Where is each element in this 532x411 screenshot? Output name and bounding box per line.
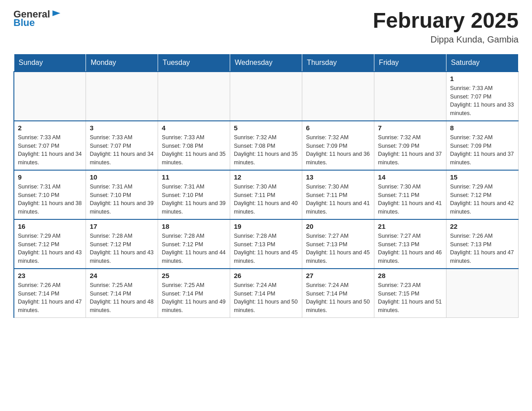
day-sun-info: Sunrise: 7:32 AM Sunset: 7:09 PM Dayligh…: [450, 133, 515, 167]
weekday-header-sunday: Sunday: [14, 54, 86, 72]
day-number: 27: [306, 272, 370, 279]
calendar-day-cell: 9Sunrise: 7:31 AM Sunset: 7:10 PM Daylig…: [14, 170, 86, 219]
calendar-day-cell: 19Sunrise: 7:28 AM Sunset: 7:13 PM Dayli…: [230, 219, 302, 269]
calendar-day-cell: 6Sunrise: 7:32 AM Sunset: 7:09 PM Daylig…: [302, 121, 374, 170]
day-sun-info: Sunrise: 7:29 AM Sunset: 7:12 PM Dayligh…: [18, 232, 82, 265]
calendar-day-cell: 20Sunrise: 7:27 AM Sunset: 7:13 PM Dayli…: [302, 219, 374, 269]
day-sun-info: Sunrise: 7:31 AM Sunset: 7:10 PM Dayligh…: [162, 183, 226, 216]
calendar-week-row: 16Sunrise: 7:29 AM Sunset: 7:12 PM Dayli…: [14, 219, 519, 269]
calendar-day-cell: 24Sunrise: 7:25 AM Sunset: 7:14 PM Dayli…: [86, 269, 158, 318]
location-subtitle: Dippa Kunda, Gambia: [373, 34, 519, 45]
day-number: 3: [90, 124, 154, 132]
calendar-day-cell: 14Sunrise: 7:30 AM Sunset: 7:11 PM Dayli…: [374, 170, 446, 219]
weekday-header-row: SundayMondayTuesdayWednesdayThursdayFrid…: [14, 54, 519, 72]
logo-wordmark: General Blue: [13, 9, 62, 28]
calendar-day-cell: 2Sunrise: 7:33 AM Sunset: 7:07 PM Daylig…: [14, 121, 86, 170]
day-number: 16: [18, 223, 82, 230]
calendar-week-row: 9Sunrise: 7:31 AM Sunset: 7:10 PM Daylig…: [14, 170, 519, 219]
calendar-day-cell: 23Sunrise: 7:26 AM Sunset: 7:14 PM Dayli…: [14, 269, 86, 318]
day-number: 19: [234, 223, 298, 230]
day-number: 15: [450, 173, 515, 181]
calendar-day-cell: 26Sunrise: 7:24 AM Sunset: 7:14 PM Dayli…: [230, 269, 302, 318]
calendar-day-cell: 17Sunrise: 7:28 AM Sunset: 7:12 PM Dayli…: [86, 219, 158, 269]
day-number: 24: [90, 272, 154, 279]
day-number: 6: [306, 124, 370, 132]
calendar-day-cell: 21Sunrise: 7:27 AM Sunset: 7:13 PM Dayli…: [374, 219, 446, 269]
day-sun-info: Sunrise: 7:33 AM Sunset: 7:07 PM Dayligh…: [450, 84, 515, 118]
logo: General Blue: [13, 9, 62, 28]
calendar-day-cell: 12Sunrise: 7:30 AM Sunset: 7:11 PM Dayli…: [230, 170, 302, 219]
day-number: 5: [234, 124, 298, 132]
month-year-title: February 2025: [373, 9, 519, 33]
day-number: 26: [234, 272, 298, 279]
day-number: 23: [18, 272, 82, 279]
day-number: 18: [162, 223, 226, 230]
day-number: 25: [162, 272, 226, 279]
weekday-header-friday: Friday: [374, 54, 446, 72]
day-number: 8: [450, 124, 515, 132]
day-number: 13: [306, 173, 370, 181]
calendar-day-cell: [230, 72, 302, 121]
day-number: 21: [378, 223, 442, 230]
day-sun-info: Sunrise: 7:23 AM Sunset: 7:15 PM Dayligh…: [378, 281, 442, 315]
calendar-day-cell: 8Sunrise: 7:32 AM Sunset: 7:09 PM Daylig…: [446, 121, 519, 170]
calendar-day-cell: 27Sunrise: 7:24 AM Sunset: 7:14 PM Dayli…: [302, 269, 374, 318]
day-number: 20: [306, 223, 370, 230]
day-sun-info: Sunrise: 7:28 AM Sunset: 7:12 PM Dayligh…: [162, 232, 226, 265]
day-sun-info: Sunrise: 7:32 AM Sunset: 7:09 PM Dayligh…: [306, 133, 370, 167]
calendar-day-cell: 3Sunrise: 7:33 AM Sunset: 7:07 PM Daylig…: [86, 121, 158, 170]
day-sun-info: Sunrise: 7:27 AM Sunset: 7:13 PM Dayligh…: [306, 232, 370, 265]
day-sun-info: Sunrise: 7:26 AM Sunset: 7:13 PM Dayligh…: [450, 232, 515, 265]
calendar-day-cell: 5Sunrise: 7:32 AM Sunset: 7:08 PM Daylig…: [230, 121, 302, 170]
day-number: 7: [378, 124, 442, 132]
calendar-day-cell: 11Sunrise: 7:31 AM Sunset: 7:10 PM Dayli…: [158, 170, 230, 219]
calendar-day-cell: 22Sunrise: 7:26 AM Sunset: 7:13 PM Dayli…: [446, 219, 519, 269]
calendar-week-row: 23Sunrise: 7:26 AM Sunset: 7:14 PM Dayli…: [14, 269, 519, 318]
day-number: 2: [18, 124, 82, 132]
day-sun-info: Sunrise: 7:24 AM Sunset: 7:14 PM Dayligh…: [306, 281, 370, 315]
weekday-header-saturday: Saturday: [446, 54, 519, 72]
day-sun-info: Sunrise: 7:24 AM Sunset: 7:14 PM Dayligh…: [234, 281, 298, 315]
day-number: 12: [234, 173, 298, 181]
day-sun-info: Sunrise: 7:27 AM Sunset: 7:13 PM Dayligh…: [378, 232, 442, 265]
calendar-day-cell: 18Sunrise: 7:28 AM Sunset: 7:12 PM Dayli…: [158, 219, 230, 269]
calendar-week-row: 2Sunrise: 7:33 AM Sunset: 7:07 PM Daylig…: [14, 121, 519, 170]
calendar-day-cell: [374, 72, 446, 121]
calendar-week-row: 1Sunrise: 7:33 AM Sunset: 7:07 PM Daylig…: [14, 72, 519, 121]
logo-blue-text: Blue: [13, 18, 62, 28]
day-sun-info: Sunrise: 7:32 AM Sunset: 7:08 PM Dayligh…: [234, 133, 298, 167]
day-sun-info: Sunrise: 7:33 AM Sunset: 7:07 PM Dayligh…: [90, 133, 154, 167]
day-sun-info: Sunrise: 7:33 AM Sunset: 7:07 PM Dayligh…: [18, 133, 82, 167]
weekday-header-monday: Monday: [86, 54, 158, 72]
day-number: 1: [450, 75, 515, 82]
calendar-day-cell: [446, 269, 519, 318]
weekday-header-thursday: Thursday: [302, 54, 374, 72]
calendar-day-cell: 10Sunrise: 7:31 AM Sunset: 7:10 PM Dayli…: [86, 170, 158, 219]
svg-marker-0: [52, 10, 60, 16]
day-sun-info: Sunrise: 7:30 AM Sunset: 7:11 PM Dayligh…: [378, 183, 442, 216]
calendar-table: SundayMondayTuesdayWednesdayThursdayFrid…: [13, 54, 519, 318]
calendar-day-cell: 4Sunrise: 7:33 AM Sunset: 7:08 PM Daylig…: [158, 121, 230, 170]
day-sun-info: Sunrise: 7:29 AM Sunset: 7:12 PM Dayligh…: [450, 183, 515, 216]
calendar-day-cell: 15Sunrise: 7:29 AM Sunset: 7:12 PM Dayli…: [446, 170, 519, 219]
day-number: 14: [378, 173, 442, 181]
weekday-header-tuesday: Tuesday: [158, 54, 230, 72]
calendar-day-cell: 7Sunrise: 7:32 AM Sunset: 7:09 PM Daylig…: [374, 121, 446, 170]
weekday-header-wednesday: Wednesday: [230, 54, 302, 72]
calendar-day-cell: [158, 72, 230, 121]
day-number: 22: [450, 223, 515, 230]
calendar-day-cell: [86, 72, 158, 121]
day-sun-info: Sunrise: 7:26 AM Sunset: 7:14 PM Dayligh…: [18, 281, 82, 315]
day-sun-info: Sunrise: 7:30 AM Sunset: 7:11 PM Dayligh…: [234, 183, 298, 216]
calendar-day-cell: 16Sunrise: 7:29 AM Sunset: 7:12 PM Dayli…: [14, 219, 86, 269]
day-sun-info: Sunrise: 7:32 AM Sunset: 7:09 PM Dayligh…: [378, 133, 442, 167]
day-number: 28: [378, 272, 442, 279]
calendar-header: SundayMondayTuesdayWednesdayThursdayFrid…: [14, 54, 519, 72]
day-sun-info: Sunrise: 7:31 AM Sunset: 7:10 PM Dayligh…: [90, 183, 154, 216]
day-sun-info: Sunrise: 7:31 AM Sunset: 7:10 PM Dayligh…: [18, 183, 82, 216]
day-sun-info: Sunrise: 7:28 AM Sunset: 7:12 PM Dayligh…: [90, 232, 154, 265]
day-sun-info: Sunrise: 7:33 AM Sunset: 7:08 PM Dayligh…: [162, 133, 226, 167]
page-header: General Blue February 2025 Dippa Kunda, …: [13, 9, 519, 45]
calendar-day-cell: [302, 72, 374, 121]
day-sun-info: Sunrise: 7:28 AM Sunset: 7:13 PM Dayligh…: [234, 232, 298, 265]
